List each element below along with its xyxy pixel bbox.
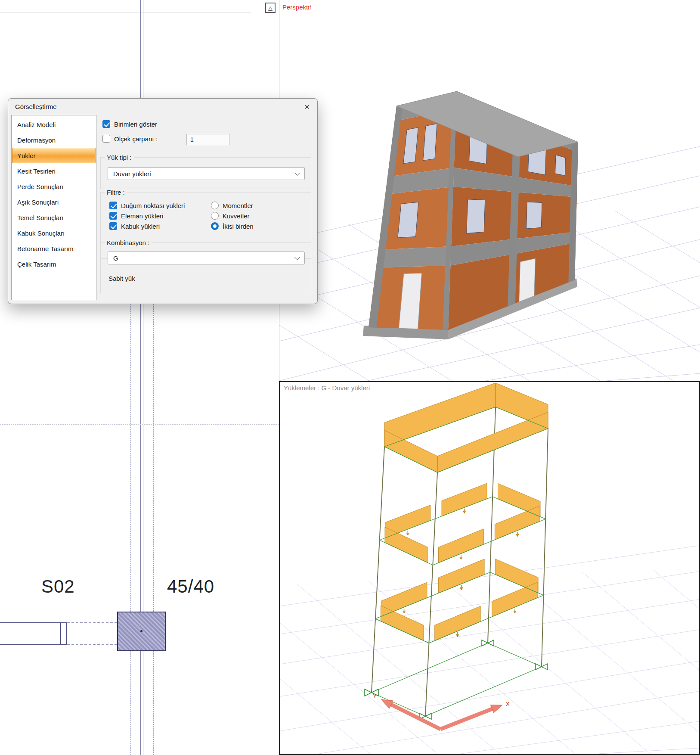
- nav-item-celik-tasarim[interactable]: Çelik Tasarım: [12, 256, 96, 272]
- beam-edge-hidden: [130, 304, 131, 612]
- filter-node-loads-label: Düğüm noktası yükleri: [121, 202, 185, 209]
- triangle-up-icon: △: [268, 5, 273, 11]
- axis-line: [143, 651, 143, 755]
- support-icons: [365, 640, 548, 719]
- radio-unselected-icon: [211, 202, 219, 209]
- perspective-view[interactable]: Perspektif: [279, 0, 700, 381]
- beam-hidden-edge: [67, 644, 117, 645]
- nav-item-kesit-tesirleri[interactable]: Kesit Tesirleri: [12, 163, 96, 179]
- load-type-group: Yük tipi : Duvar yükleri: [100, 157, 311, 189]
- floor-grid: [280, 546, 699, 754]
- chevron-down-icon: [294, 255, 300, 260]
- filter-node-loads-checkbox[interactable]: Düğüm noktası yükleri: [109, 201, 185, 210]
- beam-plan-outline[interactable]: [0, 622, 67, 645]
- pane-maximize-icon[interactable]: △: [265, 3, 276, 13]
- combination-description: Sabit yük: [108, 275, 135, 282]
- filter-moments-label: Momentler: [223, 202, 253, 209]
- loads-canvas[interactable]: Y X: [280, 382, 699, 754]
- y-axis-label: Y: [373, 693, 377, 699]
- nav-item-perde-sonuclari[interactable]: Perde Sonuçları: [12, 179, 96, 194]
- beam-size-label: 45/40: [167, 576, 214, 597]
- radio-unselected-icon: [211, 212, 219, 220]
- close-icon: ×: [304, 102, 310, 112]
- checkbox-checked-icon: [102, 120, 110, 128]
- filter-forces-label: Kuvvetler: [223, 212, 250, 220]
- checkbox-checked-icon: [109, 202, 117, 209]
- beam-edge-hidden: [153, 304, 154, 612]
- combination-select[interactable]: G: [108, 252, 305, 264]
- radio-selected-icon: [211, 222, 219, 230]
- axis-line: [143, 304, 143, 612]
- nav-item-asik-sonuclari[interactable]: Aşık Sonuçları: [12, 194, 96, 210]
- column-insertion-point: [140, 630, 142, 632]
- dialog-nav-list: Analiz Modeli Deformasyon Yükler Kesit T…: [11, 115, 96, 300]
- beam-edge-hidden: [130, 651, 131, 755]
- load-type-group-label: Yük tipi :: [105, 154, 134, 161]
- nav-item-deformasyon[interactable]: Deformasyon: [12, 132, 96, 148]
- load-type-select[interactable]: Duvar yükleri: [108, 167, 305, 180]
- axis-line: [140, 0, 141, 98]
- visualization-dialog: Görselleştirme × Analiz Modeli Deformasy…: [8, 98, 318, 304]
- show-units-checkbox[interactable]: Birimleri göster: [102, 120, 157, 128]
- perspective-canvas[interactable]: [279, 0, 700, 381]
- checkbox-checked-icon: [109, 212, 117, 220]
- plan-divider-line: [0, 12, 251, 12]
- filter-both-label: İkisi birden: [223, 223, 254, 230]
- filter-element-loads-label: Eleman yükleri: [121, 212, 163, 220]
- scale-factor-input[interactable]: [186, 134, 229, 145]
- combination-group: Kombinasyon : G Sabit yük: [100, 242, 311, 293]
- load-type-value: Duvar yükleri: [113, 170, 151, 177]
- axis-arrows: Y X: [373, 693, 510, 729]
- checkbox-unchecked-icon: [102, 135, 110, 143]
- nav-item-analiz-modeli[interactable]: Analiz Modeli: [12, 117, 96, 132]
- filter-element-loads-checkbox[interactable]: Eleman yükleri: [109, 211, 163, 220]
- building: [363, 91, 578, 339]
- loads-view[interactable]: Yüklemeler : G - Duvar yükleri: [279, 381, 700, 755]
- filter-both-radio[interactable]: İkisi birden: [211, 222, 254, 230]
- combination-value: G: [113, 255, 118, 262]
- filter-forces-radio[interactable]: Kuvvetler: [211, 211, 250, 220]
- filter-moments-radio[interactable]: Momentler: [211, 201, 253, 210]
- scale-factor-checkbox[interactable]: Ölçek çarpanı :: [102, 134, 158, 143]
- app-root: S02 45/40 Perspektif: [0, 0, 700, 755]
- filter-shell-loads-label: Kabuk yükleri: [121, 223, 160, 230]
- nav-item-kabuk-sonuclari[interactable]: Kabuk Sonuçları: [12, 225, 96, 241]
- loads-view-title: Yüklemeler : G - Duvar yükleri: [284, 384, 370, 391]
- x-axis-label: X: [506, 701, 510, 707]
- filter-group-label: Filtre :: [105, 189, 127, 196]
- chevron-down-icon: [294, 170, 300, 176]
- nav-item-betonarme-tasarim[interactable]: Betonarme Tasarım: [12, 241, 96, 256]
- axis-line: [143, 0, 143, 98]
- nav-item-yukler[interactable]: Yükler: [12, 148, 96, 163]
- beam-hidden-edge: [67, 622, 117, 623]
- scale-factor-label: Ölçek çarpanı :: [114, 135, 158, 143]
- show-units-label: Birimleri göster: [114, 121, 157, 128]
- beam-end-line: [60, 623, 61, 644]
- nav-item-temel-sonuclari[interactable]: Temel Sonuçları: [12, 210, 96, 225]
- checkbox-checked-icon: [109, 222, 117, 230]
- dialog-title[interactable]: Görselleştirme: [15, 103, 57, 110]
- filter-shell-loads-checkbox[interactable]: Kabuk yükleri: [109, 222, 160, 230]
- viewport-title: Perspektif: [282, 3, 311, 11]
- axis-line: [140, 651, 141, 755]
- combination-group-label: Kombinasyon :: [105, 239, 152, 246]
- column-name-label: S02: [41, 576, 75, 597]
- beam-edge-hidden: [153, 651, 154, 755]
- axis-line: [140, 304, 141, 612]
- axis-line-horizontal: [0, 424, 279, 425]
- close-button[interactable]: ×: [302, 102, 312, 112]
